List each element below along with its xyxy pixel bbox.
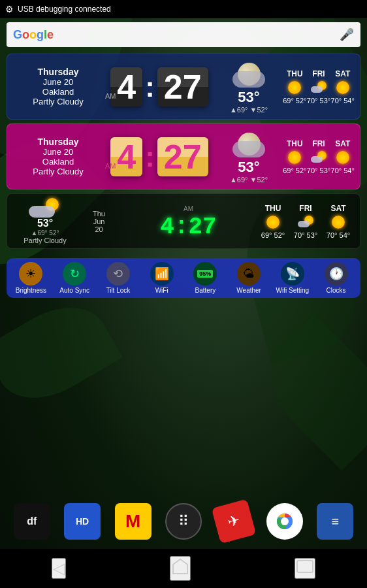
clock-hour-dark: 4 (110, 67, 142, 106)
wt-temp-fri: 70° 53° (289, 231, 322, 239)
clock-hour-pink: 4 (110, 137, 142, 176)
dock-rocket[interactable]: ✈ (212, 499, 257, 544)
wt-cloud-part (29, 206, 55, 218)
sun-icon-sat-pink (336, 151, 349, 164)
qs-wifi-label: WiFi (155, 287, 168, 294)
widget-weather-icon-pink: 53° ▲69° ▼52° (215, 129, 283, 184)
weather-widget-dark[interactable]: Thursday June 20 Oakland Partly Cloudy A… (7, 54, 360, 120)
forecast-temp-fri: 70° 53° (307, 97, 331, 105)
dock-area: df HD M ⠿ ✈ ≡ (0, 500, 367, 542)
recent-button[interactable] (295, 558, 315, 579)
mic-icon[interactable]: 🎤 (340, 27, 354, 42)
dock-df[interactable]: df (14, 503, 50, 540)
cloud-overlay-pink (232, 141, 265, 157)
clock-am-dark: AM (105, 92, 116, 100)
qs-tilt-lock[interactable]: ⟲ Tilt Lock (97, 262, 140, 294)
quick-settings-bar: ☀ Brightness ↻ Auto Sync ⟲ Tilt Lock 📶 W… (7, 258, 360, 298)
clocks-icon: 🕐 (325, 262, 348, 286)
forecast-icons-pink (283, 151, 355, 164)
widget-highlow-pink: ▲69° ▼52° (230, 176, 268, 184)
forecast-day-fri-pink: FRI (307, 139, 331, 148)
wt-clock-am: AM (184, 205, 193, 212)
qs-brightness[interactable]: ☀ Brightness (9, 262, 53, 294)
forecast-icon-thu-pink (283, 151, 307, 164)
svg-point-2 (281, 517, 289, 525)
forecast-temp-sat-pink: 70° 54° (330, 167, 355, 174)
wt-temp-sat: 70° 54° (322, 231, 355, 239)
qs-tilt-lock-label: Tilt Lock (106, 287, 130, 294)
widget-date-pink: June 20 (12, 147, 104, 157)
sun-icon-sat (336, 81, 349, 94)
clock-am-pink: AM (105, 162, 116, 170)
forecast-temp-thu: 69° 52° (283, 97, 307, 105)
tilt-lock-icon: ⟲ (106, 262, 130, 286)
nav-bar: ◁ (0, 549, 367, 588)
wt-weather-left: 53° ▲69° 52° Partly Cloudy (12, 198, 78, 244)
forecast-day-thu: THU (283, 69, 307, 78)
battery-icon: 95% (193, 262, 217, 286)
qs-weather-label: Weather (236, 287, 261, 294)
dock-settings[interactable]: ≡ (317, 503, 353, 540)
qs-battery[interactable]: 95% Battery (184, 262, 227, 294)
widget-highlow-dark: ▲69° ▼52° (230, 106, 268, 114)
qs-battery-label: Battery (195, 287, 216, 294)
widget-date-info: Thursday June 20 Oakland Partly Cloudy (12, 67, 104, 106)
qs-weather[interactable]: 🌤 Weather (227, 262, 271, 294)
battery-badge: 95% (197, 270, 213, 278)
dock-mcdonalds[interactable]: M (115, 503, 152, 540)
svg-rect-4 (297, 561, 313, 572)
qs-wifi[interactable]: 📶 WiFi (140, 262, 184, 294)
moon-cloud-icon (231, 59, 267, 89)
forecast-temps-pink: 69° 52° 70° 53° 70° 54° (283, 167, 355, 174)
home-button[interactable] (170, 556, 191, 581)
forecast-days-pink: THU FRI SAT (283, 139, 355, 148)
clock-minute-dark: 27 (157, 67, 208, 106)
qs-wifi-setting[interactable]: 📡 Wifi Setting (271, 262, 315, 294)
widget-clock-dark: AM 4 : 27 (104, 67, 215, 106)
recent-icon (296, 559, 314, 574)
brightness-icon: ☀ (19, 262, 42, 286)
widget-forecast-dark: THU FRI SAT 69° 52° 70° 53° 70° 54° (283, 69, 355, 105)
sun-icon-thu (288, 81, 301, 94)
svg-marker-3 (173, 559, 187, 574)
dock-hd[interactable]: HD (64, 503, 101, 540)
back-button[interactable]: ◁ (52, 558, 66, 579)
dock-chrome[interactable] (266, 503, 303, 540)
wt-date-day: Thu (78, 210, 120, 218)
qs-auto-sync-label: Auto Sync (59, 287, 89, 294)
dock-app-drawer[interactable]: ⠿ (165, 503, 202, 540)
forecast-icons-dark (283, 81, 355, 94)
forecast-icon-fri-pink (307, 151, 331, 164)
wt-partly-fri (298, 216, 313, 227)
clock-minute-pink: 27 (157, 137, 208, 176)
partly-cloudy-icon-fri (311, 81, 327, 93)
wt-clock-time: 4:27 (120, 214, 257, 240)
widget-date: June 20 (12, 77, 104, 87)
search-bar[interactable]: Google 🎤 (7, 22, 360, 47)
widget-date-info-pink: Thursday June 20 Oakland Partly Cloudy (12, 137, 104, 176)
weather-widget-pink[interactable]: Thursday June 20 Oakland Partly Cloudy A… (7, 123, 360, 189)
widget-condition-pink: Partly Cloudy (12, 167, 104, 176)
qs-brightness-label: Brightness (16, 287, 46, 294)
wt-forecast-temps: 69° 52° 70° 53° 70° 54° (257, 231, 355, 239)
clock-colon-pink: : (145, 142, 155, 171)
clock-flip-dark: AM 4 : 27 (110, 67, 208, 106)
wt-highlow: ▲69° 52° (31, 229, 59, 237)
google-logo: Google (13, 28, 54, 42)
qs-clocks[interactable]: 🕐 Clocks (314, 262, 358, 294)
chrome-icon (270, 507, 299, 536)
wt-sun-sat (332, 216, 345, 229)
home-icon (171, 557, 189, 576)
forecast-day-thu-pink: THU (283, 139, 307, 148)
forecast-temps-dark: 69° 52° 70° 53° 70° 54° (283, 97, 355, 105)
wt-clock: AM 4:27 (120, 202, 257, 240)
wt-day-fri: FRI (289, 204, 322, 213)
wt-icon-thu (257, 216, 289, 229)
status-bar: ⚙ USB debugging connected (0, 0, 367, 18)
weather-widget-transparent[interactable]: 53° ▲69° 52° Partly Cloudy Thu Jun 20 AM… (7, 193, 360, 249)
qs-auto-sync[interactable]: ↻ Auto Sync (53, 262, 97, 294)
wt-date: Thu Jun 20 (78, 210, 120, 233)
cloud-overlay (232, 71, 265, 88)
wt-temp-thu: 69° 52° (257, 231, 289, 239)
widgets-area: Thursday June 20 Oakland Partly Cloudy A… (0, 51, 367, 255)
